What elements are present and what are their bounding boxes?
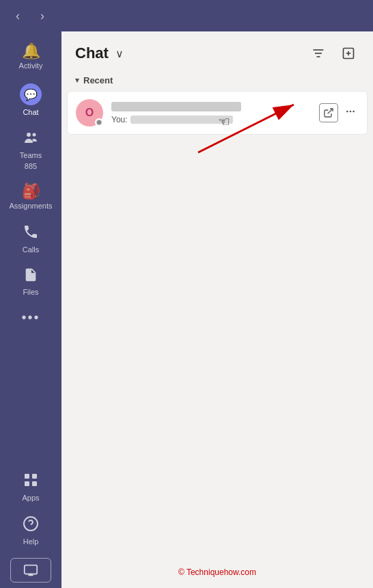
teams-icon bbox=[23, 130, 39, 148]
chat-info: You: bbox=[111, 102, 319, 124]
assignments-icon: 🎒 bbox=[22, 184, 40, 199]
status-dot bbox=[97, 120, 101, 124]
page-title: Chat bbox=[75, 44, 109, 62]
avatar: O bbox=[76, 99, 103, 126]
help-icon bbox=[23, 516, 39, 535]
sidebar-label-help: Help bbox=[23, 537, 39, 546]
recent-label: Recent bbox=[83, 75, 113, 85]
content-area: Chat ∨ bbox=[61, 31, 373, 588]
avatar-initial: O bbox=[85, 107, 94, 119]
chat-preview-blurred bbox=[130, 116, 233, 124]
svg-point-17 bbox=[350, 111, 352, 113]
sidebar-item-chat[interactable]: 💬 Chat bbox=[3, 78, 58, 122]
activity-icon: 🔔 bbox=[22, 44, 40, 59]
svg-point-1 bbox=[33, 133, 36, 137]
sidebar-label-apps: Apps bbox=[22, 494, 39, 502]
sidebar-label-chat: Chat bbox=[23, 108, 38, 116]
more-icon: ••• bbox=[21, 310, 40, 325]
filter-button[interactable] bbox=[307, 42, 329, 64]
title-dropdown-chevron[interactable]: ∨ bbox=[115, 47, 124, 60]
svg-rect-5 bbox=[32, 481, 37, 486]
sidebar-label-calls: Calls bbox=[23, 245, 39, 254]
sidebar-item-teams[interactable]: Teams 885 bbox=[3, 124, 58, 176]
chat-list: O You: ☜ bbox=[61, 91, 373, 136]
svg-line-15 bbox=[328, 109, 333, 113]
sidebar-item-help[interactable]: Help bbox=[3, 510, 58, 551]
preview-you: You: bbox=[111, 115, 128, 124]
sidebar-label-teams: Teams bbox=[20, 151, 42, 159]
sidebar-item-files[interactable]: Files bbox=[3, 262, 58, 302]
copyright-text: © Techniquehow.com bbox=[178, 567, 256, 577]
sidebar-item-apps[interactable]: Apps bbox=[3, 466, 58, 507]
chat-icon-circle: 💬 bbox=[20, 83, 42, 105]
avatar-status-indicator bbox=[95, 118, 103, 126]
more-options-button[interactable] bbox=[342, 105, 359, 121]
chat-preview-row: You: bbox=[111, 115, 319, 124]
svg-rect-2 bbox=[25, 474, 29, 479]
calls-icon bbox=[23, 224, 39, 243]
sidebar-item-activity[interactable]: 🔔 Activity bbox=[3, 38, 58, 75]
teams-count: 885 bbox=[25, 162, 37, 170]
top-bar: ‹ › bbox=[0, 0, 373, 31]
svg-point-0 bbox=[27, 133, 31, 137]
apps-icon bbox=[23, 472, 39, 491]
sidebar-item-more[interactable]: ••• bbox=[3, 304, 58, 331]
sidebar-item-calls[interactable]: Calls bbox=[3, 218, 58, 259]
sidebar-label-assignments: Assignments bbox=[10, 202, 53, 210]
compose-button[interactable] bbox=[337, 42, 359, 64]
back-button[interactable]: ‹ bbox=[8, 6, 27, 25]
forward-button[interactable]: › bbox=[33, 6, 52, 25]
header-actions bbox=[307, 42, 359, 64]
chat-icon: 💬 bbox=[24, 88, 38, 101]
sidebar: 🔔 Activity 💬 Chat Teams 885 bbox=[0, 31, 61, 588]
header-left: Chat ∨ bbox=[75, 44, 124, 62]
content-header: Chat ∨ bbox=[61, 31, 373, 72]
sidebar-item-assignments[interactable]: 🎒 Assignments bbox=[3, 178, 58, 215]
svg-rect-3 bbox=[32, 474, 37, 479]
files-icon bbox=[23, 267, 38, 285]
footer: © Techniquehow.com bbox=[61, 557, 373, 588]
recent-section-header: ▾ Recent bbox=[61, 72, 373, 91]
svg-point-18 bbox=[353, 111, 355, 113]
chat-name-blurred bbox=[111, 102, 241, 111]
main-layout: 🔔 Activity 💬 Chat Teams 885 bbox=[0, 31, 373, 588]
svg-rect-4 bbox=[25, 481, 29, 486]
svg-point-16 bbox=[346, 111, 348, 113]
sidebar-label-files: Files bbox=[23, 288, 38, 296]
device-button[interactable] bbox=[10, 558, 51, 583]
chat-item-actions bbox=[319, 103, 359, 122]
popout-chat-button[interactable] bbox=[319, 103, 338, 122]
chat-list-item[interactable]: O You: ☜ bbox=[67, 91, 368, 135]
svg-rect-8 bbox=[25, 565, 37, 574]
recent-chevron: ▾ bbox=[75, 76, 79, 85]
sidebar-label-activity: Activity bbox=[19, 62, 43, 70]
